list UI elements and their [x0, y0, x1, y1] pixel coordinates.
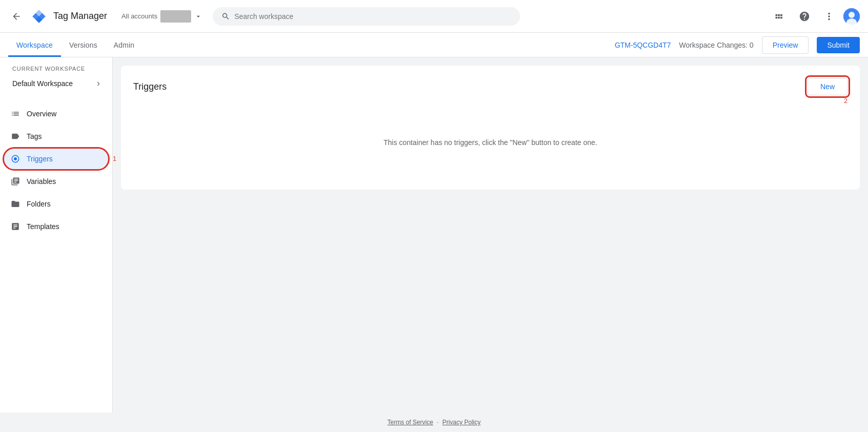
app-title: Tag Manager	[53, 11, 107, 22]
nav-left: Workspace Versions Admin	[8, 33, 142, 57]
sidebar-item-tags[interactable]: Tags	[4, 126, 108, 147]
annotation-1: 1	[113, 155, 116, 162]
sidebar: CURRENT WORKSPACE Default Workspace › Ov…	[0, 57, 113, 431]
current-workspace-label: CURRENT WORKSPACE	[4, 66, 108, 74]
gtm-logo	[31, 8, 47, 25]
chevron-down-icon	[194, 12, 202, 20]
submit-button[interactable]: Submit	[817, 37, 860, 53]
sidebar-item-variables[interactable]: Variables	[4, 171, 108, 192]
main-content: Triggers New 2 This container has no tri…	[113, 57, 868, 431]
footer: Terms of Service · Privacy Policy	[0, 413, 868, 432]
sidebar-item-folders[interactable]: Folders	[4, 194, 108, 214]
workspace-changes: Workspace Changes: 0	[679, 41, 753, 49]
avatar[interactable]	[843, 8, 860, 25]
nav-right: GTM-5QCGD4T7 Workspace Changes: 0 Previe…	[615, 36, 860, 54]
new-button[interactable]: New	[808, 78, 848, 95]
container-id[interactable]: GTM-5QCGD4T7	[615, 41, 671, 49]
folders-icon	[10, 199, 20, 209]
help-button[interactable]	[794, 6, 815, 27]
search-input[interactable]	[234, 12, 511, 20]
sidebar-item-overview-label: Overview	[27, 110, 56, 118]
workspace-name: Default Workspace	[12, 79, 73, 88]
nav-items: Overview Tags Trigger	[0, 101, 112, 239]
apps-button[interactable]	[770, 6, 790, 27]
sidebar-item-templates-label: Templates	[27, 222, 59, 231]
workspace-selector[interactable]: Default Workspace ›	[4, 74, 108, 97]
more-options-button[interactable]	[819, 6, 839, 27]
tab-workspace[interactable]: Workspace	[8, 33, 61, 57]
content-card: Triggers New 2 This container has no tri…	[121, 66, 860, 190]
sidebar-item-variables-label: Variables	[27, 177, 56, 186]
overview-icon	[10, 109, 20, 119]
sidebar-item-tags-label: Tags	[27, 132, 42, 140]
tab-admin[interactable]: Admin	[106, 33, 142, 57]
variables-icon	[10, 176, 20, 187]
all-accounts-label: All accounts	[121, 12, 157, 20]
layout: CURRENT WORKSPACE Default Workspace › Ov…	[0, 57, 868, 431]
annotation-2: 2	[844, 97, 848, 105]
tags-icon	[10, 131, 20, 141]
nav-tabs: Workspace Versions Admin GTM-5QCGD4T7 Wo…	[0, 33, 868, 57]
sidebar-item-triggers-label: Triggers	[27, 155, 53, 163]
account-thumbnail	[160, 10, 191, 23]
topbar-right	[770, 6, 860, 27]
sidebar-item-templates[interactable]: Templates	[4, 216, 108, 237]
terms-of-service-link[interactable]: Terms of Service	[387, 419, 433, 426]
empty-message: This container has no triggers, click th…	[133, 108, 848, 177]
sidebar-item-triggers[interactable]: Triggers 1	[4, 149, 108, 169]
sidebar-item-folders-label: Folders	[27, 200, 51, 208]
workspace-arrow-icon: ›	[97, 78, 100, 89]
search-bar[interactable]	[213, 7, 520, 26]
footer-separator: ·	[437, 419, 439, 426]
content-header: Triggers New 2	[133, 78, 848, 95]
page-title: Triggers	[133, 81, 167, 92]
topbar: Tag Manager All accounts	[0, 0, 868, 33]
privacy-policy-link[interactable]: Privacy Policy	[442, 419, 481, 426]
templates-icon	[10, 221, 20, 232]
svg-point-7	[14, 157, 17, 160]
tab-versions[interactable]: Versions	[61, 33, 106, 57]
preview-button[interactable]: Preview	[762, 36, 809, 54]
triggers-icon	[10, 154, 20, 164]
svg-point-4	[849, 12, 855, 18]
sidebar-item-overview[interactable]: Overview	[4, 104, 108, 124]
account-selector[interactable]: All accounts	[117, 8, 206, 25]
search-icon	[221, 12, 230, 21]
back-button[interactable]	[8, 8, 25, 25]
